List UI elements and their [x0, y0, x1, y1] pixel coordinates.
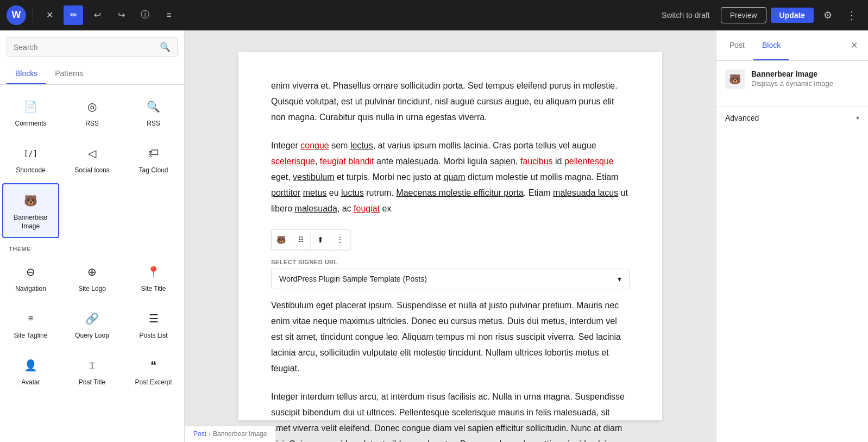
editor-paragraph-4: Integer interdum tellus arcu, at interdu… — [271, 389, 630, 442]
social-icons-icon: ◁ — [83, 144, 102, 163]
block-tag-cloud-label: Tag Cloud — [139, 166, 168, 175]
block-type-button[interactable]: 🐻 — [272, 230, 291, 250]
advanced-section[interactable]: Advanced ▾ — [716, 107, 868, 129]
close-button[interactable]: ✕ — [40, 5, 59, 25]
block-page-list[interactable]: 📄 Comments — [2, 90, 59, 135]
block-shortcode-label: Shortcode — [16, 166, 46, 175]
rss-icon: ◎ — [83, 97, 102, 116]
link-pellentesque[interactable]: pellentesque — [564, 157, 614, 166]
search-icon: 🔍 — [160, 42, 171, 52]
plugin-name: Bannerbear Image — [751, 70, 833, 78]
block-search-label: RSS — [147, 120, 160, 128]
edit-button[interactable]: ✏ — [64, 5, 83, 25]
link-faucibus[interactable]: faucibus — [520, 157, 553, 166]
plugin-info: 🐻 Bannerbear Image Displays a dynamic im… — [725, 70, 859, 89]
block-move-button[interactable]: ⬆ — [311, 230, 330, 250]
block-site-tagline[interactable]: ≡ Site Tagline — [2, 302, 59, 347]
block-posts-list[interactable]: ☰ Posts List — [125, 302, 182, 347]
tab-patterns[interactable]: Patterns — [46, 64, 92, 84]
query-loop-icon: 🔗 — [83, 309, 102, 328]
more-icon: ⋮ — [846, 9, 857, 22]
link-porttitor[interactable]: porttitor — [271, 188, 300, 197]
link-maecenas[interactable]: Maecenas molestie efficitur porta — [396, 188, 523, 197]
block-navigation[interactable]: ⊖ Navigation — [2, 256, 59, 300]
select-signed-url-section: SELECT SIGNED URL WordPress Plugin Sampl… — [271, 259, 630, 289]
shortcode-icon: [/] — [21, 144, 41, 163]
settings-icon: ⚙ — [823, 9, 832, 21]
tab-blocks[interactable]: Blocks — [7, 64, 46, 84]
block-options-button[interactable]: ⋮ — [330, 230, 350, 250]
block-social-icons[interactable]: ◁ Social Icons — [64, 137, 121, 182]
block-tag-cloud[interactable]: 🏷 Tag Cloud — [125, 137, 182, 182]
block-rss-label: RSS — [85, 120, 99, 128]
settings-button[interactable]: ⚙ — [818, 5, 838, 25]
posts-list-icon: ☰ — [144, 309, 163, 328]
toolbar-separator-1 — [33, 8, 33, 23]
block-post-title[interactable]: T Post Title — [64, 349, 121, 394]
block-query-loop[interactable]: 🔗 Query Loop — [64, 302, 121, 347]
block-rss[interactable]: ◎ RSS — [64, 90, 121, 135]
search-input[interactable] — [14, 43, 155, 52]
block-shortcode[interactable]: [/] Shortcode — [2, 137, 59, 182]
select-signed-url-value: WordPress Plugin Sample Template (Posts) — [279, 275, 427, 283]
tab-block[interactable]: Block — [753, 30, 789, 60]
editor-paragraph-3: Vestibulum eget placerat ipsum. Suspendi… — [271, 298, 630, 376]
update-button[interactable]: Update — [771, 8, 814, 23]
plugin-description: Displays a dynamic image — [751, 79, 833, 88]
sidebar-right: Post Block ✕ 🐻 Bannerbear Image Displays… — [716, 30, 868, 442]
right-sidebar-close-button[interactable]: ✕ — [844, 36, 864, 55]
editor-paragraph-1: enim viverra et. Phasellus ornare sollic… — [271, 78, 630, 125]
link-sapien[interactable]: sapien — [490, 157, 515, 166]
tab-post[interactable]: Post — [721, 30, 753, 60]
block-social-icons-label: Social Icons — [74, 166, 110, 175]
link-luctus[interactable]: luctus — [341, 188, 364, 197]
link-metus[interactable]: metus — [303, 188, 327, 197]
link-lectus[interactable]: lectus — [350, 141, 373, 150]
block-site-logo[interactable]: ⊕ Site Logo — [64, 256, 121, 300]
list-view-icon: ≡ — [166, 10, 171, 20]
block-bannerbear-image-label: Bannerbear Image — [8, 214, 54, 231]
block-search-icon: 🔍 — [144, 97, 163, 116]
redo-button[interactable]: ↪ — [111, 5, 131, 25]
link-malesuada3[interactable]: malesuada — [295, 204, 337, 213]
block-site-title[interactable]: 📍 Site Title — [125, 256, 182, 300]
breadcrumb: Post › Bannerbear Image — [185, 425, 275, 442]
block-posts-list-label: Posts List — [139, 332, 167, 340]
bannerbear-image-icon: 🐻 — [21, 191, 41, 210]
link-vestibulum[interactable]: vestibulum — [293, 172, 334, 182]
link-malesuada[interactable]: malesuada — [396, 157, 438, 166]
breadcrumb-current: Bannerbear Image — [213, 430, 267, 438]
block-site-title-label: Site Title — [141, 285, 166, 294]
link-malesuada2[interactable]: malesuada lacus — [553, 188, 618, 197]
block-avatar[interactable]: 👤 Avatar — [2, 349, 59, 394]
block-avatar-label: Avatar — [21, 378, 40, 387]
editor-paragraph-2: Integer congue sem lectus, at varius ips… — [271, 138, 630, 216]
block-navigation-label: Navigation — [15, 285, 46, 294]
wp-logo[interactable]: W — [7, 5, 26, 25]
block-search[interactable]: 🔍 RSS — [125, 90, 182, 135]
list-view-button[interactable]: ≡ — [159, 5, 179, 25]
preview-button[interactable]: Preview — [721, 7, 766, 23]
link-feugiat[interactable]: feugiat — [354, 204, 380, 213]
edit-icon: ✏ — [70, 10, 77, 20]
breadcrumb-post[interactable]: Post — [193, 430, 206, 438]
post-title-icon: T — [83, 356, 102, 375]
undo-button[interactable]: ↩ — [87, 5, 107, 25]
search-box[interactable]: 🔍 — [7, 37, 178, 57]
link-scelerisque[interactable]: scelerisque — [271, 157, 315, 166]
link-feugiat-blandit[interactable]: feugiat blandit — [320, 157, 374, 166]
more-options-button[interactable]: ⋮ — [842, 5, 861, 25]
block-post-excerpt[interactable]: ❝ Post Excerpt — [125, 349, 182, 394]
link-quam[interactable]: quam — [444, 172, 466, 182]
info-button[interactable]: ⓘ — [135, 5, 155, 25]
select-signed-url-dropdown[interactable]: WordPress Plugin Sample Template (Posts)… — [271, 269, 630, 289]
block-query-loop-label: Query Loop — [75, 332, 109, 340]
block-bannerbear-image[interactable]: 🐻 Bannerbear Image — [2, 183, 59, 238]
switch-to-draft-button[interactable]: Switch to draft — [655, 8, 716, 23]
info-icon: ⓘ — [141, 9, 149, 21]
navigation-icon: ⊖ — [21, 262, 41, 282]
main-area: 🔍 Blocks Patterns 📄 Comments ◎ RSS 🔍 RSS — [0, 30, 868, 442]
select-signed-url-label: SELECT SIGNED URL — [271, 259, 630, 265]
block-drag-handle[interactable]: ⠿ — [291, 230, 311, 250]
link-congue[interactable]: congue — [300, 141, 329, 150]
